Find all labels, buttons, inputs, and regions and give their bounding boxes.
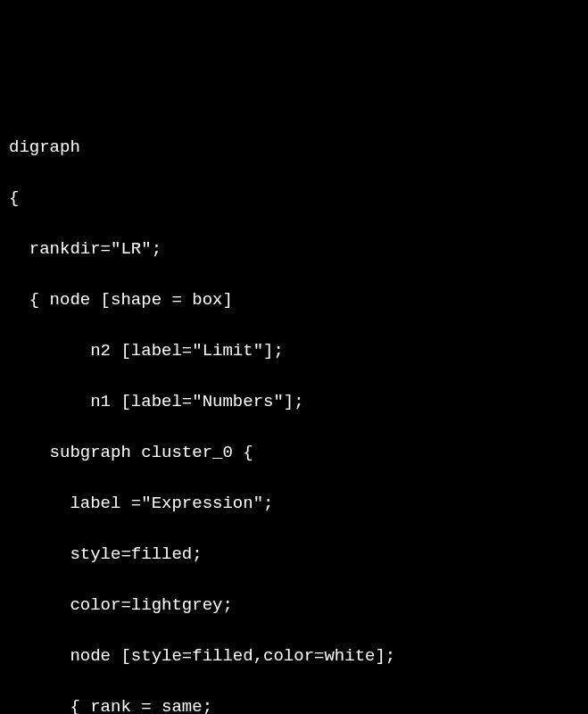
code-line: n2 [label="Limit"]; <box>9 338 579 364</box>
code-line: node [style=filled,color=white]; <box>9 643 579 669</box>
code-line: color=lightgrey; <box>9 593 579 619</box>
code-line: digraph <box>9 135 579 161</box>
code-block: digraph { rankdir="LR"; { node [shape = … <box>9 109 579 714</box>
code-line: { <box>9 186 579 212</box>
code-line: n1 [label="Numbers"]; <box>9 389 579 415</box>
code-line: subgraph cluster_0 { <box>9 440 579 466</box>
code-line: rankdir="LR"; <box>9 237 579 262</box>
code-line: label ="Expression"; <box>9 491 579 517</box>
code-line: style=filled; <box>9 542 579 568</box>
code-line: { node [shape = box] <box>9 287 579 313</box>
code-line: { rank = same; <box>9 694 579 715</box>
